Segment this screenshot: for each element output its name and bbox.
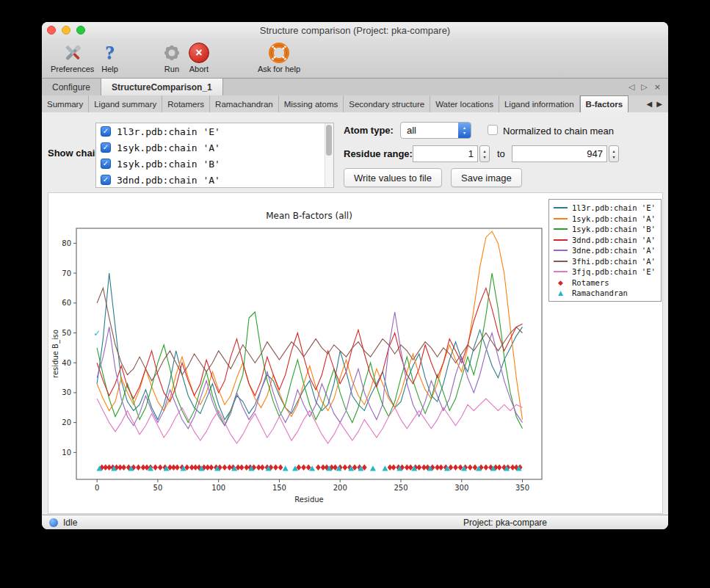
diamond-marker-icon: ◆	[554, 279, 568, 286]
section-tab-bar: SummaryLigand summaryRotamersRamachandra…	[42, 95, 668, 113]
preferences-label: Preferences	[51, 65, 94, 73]
svg-text:60: 60	[62, 299, 71, 307]
legend-label: 1syk.pdb:chain 'A'	[572, 214, 656, 223]
svg-text:residue B_iso: residue B_iso	[51, 330, 60, 378]
chain-checkbox[interactable]	[101, 159, 111, 169]
tab-configure[interactable]: Configure	[42, 79, 101, 95]
legend-line-swatch	[554, 218, 568, 219]
plot-legend: 1l3r.pdb:chain 'E'1syk.pdb:chain 'A'1syk…	[548, 199, 662, 302]
chain-label: 1syk.pdb:chain 'A'	[117, 142, 220, 153]
status-text: Idle	[63, 518, 77, 528]
svg-text:350: 350	[515, 484, 529, 492]
normalized-label: Normalized to chain mean	[503, 126, 614, 137]
legend-label: Rotamers	[572, 278, 609, 287]
write-values-button[interactable]: Write values to file	[344, 168, 442, 187]
gear-icon	[161, 40, 183, 65]
preferences-button[interactable]: Preferences	[51, 40, 94, 73]
toolbar: Preferences ? Help Run × Abort	[42, 38, 668, 79]
chain-list-item[interactable]: 3dnd.pdb:chain 'A'	[96, 172, 333, 188]
help-button[interactable]: ? Help	[101, 40, 118, 73]
title-bar[interactable]: Structure comparison (Project: pka-compa…	[42, 22, 668, 38]
chain-checkbox[interactable]	[101, 175, 111, 185]
chains-scrollbar[interactable]	[325, 123, 333, 187]
abort-icon: ×	[189, 40, 209, 65]
app-window: Structure comparison (Project: pka-compa…	[42, 22, 668, 529]
tab-missing-atoms[interactable]: Missing atoms	[279, 95, 344, 112]
residue-to-input[interactable]	[512, 145, 607, 162]
prev-doc-tab-icon[interactable]: ◁	[629, 82, 634, 92]
lifebuoy-icon	[267, 40, 291, 65]
legend-line-swatch	[554, 207, 568, 208]
chevron-up-down-icon: ▴▾	[458, 123, 471, 138]
abort-button[interactable]: × Abort	[189, 40, 209, 73]
tab-b-factors[interactable]: B-factors	[580, 95, 629, 112]
ask-for-help-label: Ask for help	[258, 65, 300, 73]
svg-text:300: 300	[454, 484, 468, 492]
normalized-checkbox[interactable]	[488, 125, 498, 135]
svg-text:200: 200	[333, 484, 347, 492]
chain-checkbox[interactable]	[101, 142, 111, 153]
svg-text:20: 20	[62, 418, 71, 427]
residue-from-input[interactable]	[413, 145, 478, 162]
legend-entry: 3fhi.pdb:chain 'A'	[554, 257, 656, 266]
chain-list-item[interactable]: 1syk.pdb:chain 'B'	[96, 156, 333, 172]
controls-panel: Show chains: 1l3r.pdb:chain 'E'1syk.pdb:…	[42, 112, 668, 192]
window-title: Structure comparison (Project: pka-compa…	[42, 25, 668, 36]
legend-label: 1l3r.pdb:chain 'E'	[572, 203, 656, 212]
tab-ligand-information[interactable]: Ligand information	[499, 95, 580, 112]
save-image-button[interactable]: Save image	[451, 168, 522, 187]
legend-entry: ◆Rotamers	[554, 278, 656, 287]
chain-label: 1l3r.pdb:chain 'E'	[117, 126, 220, 137]
tab-ramachandran[interactable]: Ramachandran	[210, 95, 279, 112]
next-doc-tab-icon[interactable]: ▷	[641, 82, 647, 92]
svg-text:150: 150	[272, 484, 286, 492]
legend-line-swatch	[554, 228, 568, 230]
svg-text:50: 50	[153, 484, 163, 492]
chains-scrollbar-thumb[interactable]	[326, 125, 332, 156]
legend-entry: 1syk.pdb:chain 'A'	[554, 214, 656, 223]
close-doc-tab-icon[interactable]: ×	[654, 82, 661, 92]
section-tabs: SummaryLigand summaryRotamersRamachandra…	[42, 95, 629, 112]
svg-text:30: 30	[62, 388, 71, 396]
legend-entry: ▲Ramachandran	[554, 288, 656, 297]
chains-list[interactable]: 1l3r.pdb:chain 'E'1syk.pdb:chain 'A'1syk…	[95, 123, 334, 188]
residue-to-stepper[interactable]: ▴▾	[609, 145, 619, 162]
atom-type-label: Atom type:	[344, 125, 394, 136]
legend-label: 3fjq.pdb:chain 'E'	[572, 267, 656, 276]
run-label: Run	[164, 65, 179, 73]
legend-entry: 1l3r.pdb:chain 'E'	[554, 203, 656, 212]
tab-secondary-structure[interactable]: Secondary structure	[344, 95, 430, 112]
triangle-marker-icon: ▲	[554, 289, 568, 297]
traffic-lights	[47, 26, 85, 35]
minimize-window-button[interactable]	[62, 26, 70, 35]
help-label: Help	[101, 65, 118, 73]
legend-entry: 3fjq.pdb:chain 'E'	[554, 267, 656, 276]
svg-text:50: 50	[62, 329, 71, 337]
tab-ligand-summary[interactable]: Ligand summary	[89, 95, 162, 112]
tab-water-locations[interactable]: Water locations	[430, 95, 499, 112]
scroll-tabs-left-icon[interactable]: ◀	[647, 100, 653, 108]
tab-rotamers[interactable]: Rotamers	[162, 95, 210, 112]
atom-type-select[interactable]: all ▴▾	[400, 122, 471, 139]
ask-for-help-button[interactable]: Ask for help	[258, 40, 300, 73]
abort-label: Abort	[189, 65, 209, 73]
tab-summary[interactable]: Summary	[42, 95, 89, 112]
residue-from-stepper[interactable]: ▴▾	[479, 145, 490, 162]
status-bar: Idle Project: pka-compare	[42, 515, 668, 529]
chain-list-item[interactable]: 1syk.pdb:chain 'A'	[96, 139, 333, 156]
scroll-tabs-right-icon[interactable]: ▶	[656, 100, 662, 108]
zoom-window-button[interactable]	[76, 26, 85, 35]
svg-text:✓: ✓	[93, 328, 101, 338]
doc-tab-controls: ◁ ▷ ×	[629, 79, 668, 95]
status-indicator-icon	[49, 518, 58, 527]
chain-list-item[interactable]: 1l3r.pdb:chain 'E'	[96, 123, 333, 139]
run-button[interactable]: Run	[161, 40, 183, 73]
legend-label: 3dnd.pdb:chain 'A'	[572, 236, 656, 244]
chain-label: 1syk.pdb:chain 'B'	[117, 159, 220, 170]
close-window-button[interactable]	[47, 26, 56, 35]
atom-type-value: all	[401, 125, 458, 136]
residue-range-to-label: to	[497, 148, 505, 159]
tab-structurecomparison-1[interactable]: StructureComparison_1	[101, 79, 223, 95]
chain-checkbox[interactable]	[101, 126, 111, 137]
legend-label: Ramachandran	[572, 288, 628, 297]
